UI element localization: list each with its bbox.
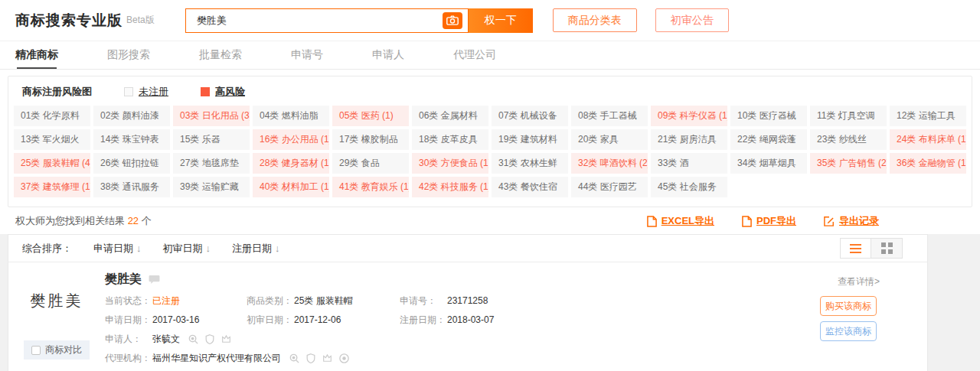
- field-row-applicant: 申请人：张毓文: [105, 333, 912, 345]
- result-count: 22: [128, 215, 139, 226]
- applicant-label: 申请人：: [105, 333, 152, 345]
- risk-cell-25[interactable]: 25类 服装鞋帽 (4): [14, 153, 90, 174]
- camera-search-icon[interactable]: [443, 12, 462, 29]
- pdf-export-link[interactable]: PDF导出: [742, 214, 796, 228]
- agency-value[interactable]: 福州华星知识产权代理有限公司: [152, 352, 281, 364]
- shield-icon[interactable]: [204, 334, 215, 345]
- risk-cell-17[interactable]: 17类 橡胶制品: [332, 129, 409, 150]
- apply-date-label: 申请日期：: [105, 314, 152, 326]
- risk-cell-15[interactable]: 15类 乐器: [173, 129, 250, 150]
- risk-cell-23[interactable]: 23类 纱线丝: [810, 129, 887, 150]
- sort-register-date[interactable]: 注册日期 ↓: [232, 242, 280, 255]
- risk-cell-24[interactable]: 24类 布料床单 (1): [890, 129, 966, 150]
- applicant-value[interactable]: 张毓文: [152, 333, 180, 345]
- view-detail-link[interactable]: 查看详情>: [838, 275, 880, 288]
- tab-application-number[interactable]: 申请号: [289, 41, 325, 69]
- status-value: 已注册: [152, 295, 180, 307]
- risk-cell-14[interactable]: 14类 珠宝钟表: [93, 129, 170, 150]
- unregistered-swatch-icon: [124, 87, 133, 96]
- target-icon[interactable]: [338, 353, 350, 364]
- risk-cell-28[interactable]: 28类 健身器材 (1): [253, 153, 329, 174]
- risk-cell-45[interactable]: 45类 社会服务: [651, 177, 727, 197]
- tab-applicant[interactable]: 申请人: [371, 41, 406, 69]
- compare-checkbox-row[interactable]: 商标对比: [24, 340, 90, 360]
- risk-cell-40[interactable]: 40类 材料加工 (1): [253, 177, 329, 197]
- search-button[interactable]: 权一下: [469, 8, 533, 33]
- risk-cell-11[interactable]: 11类 灯具空调: [810, 106, 887, 126]
- sort-first-trial-date[interactable]: 初审日期 ↓: [163, 242, 211, 255]
- risk-cell-30[interactable]: 30类 方便食品 (1): [412, 153, 488, 174]
- risk-cell-20[interactable]: 20类 家具: [571, 129, 648, 150]
- excel-export-label: EXCEL导出: [662, 214, 714, 228]
- risk-cell-04[interactable]: 04类 燃料油脂: [253, 106, 329, 126]
- crown-icon[interactable]: [322, 353, 333, 363]
- magnifier-icon[interactable]: [289, 353, 300, 364]
- risk-cell-16[interactable]: 16类 办公用品 (1): [253, 129, 329, 150]
- risk-cell-13[interactable]: 13类 军火烟火: [14, 129, 90, 150]
- risk-cell-22[interactable]: 22类 绳网袋蓬: [730, 129, 807, 150]
- risk-cell-36[interactable]: 36类 金融物管 (1): [890, 153, 966, 174]
- search-tabs: 精准商标 图形搜索 批量检索 申请号 申请人 代理公司: [0, 41, 980, 70]
- risk-cell-33[interactable]: 33类 酒: [651, 153, 727, 174]
- category-table-button[interactable]: 商品分类表: [553, 8, 637, 32]
- crown-icon[interactable]: [220, 334, 232, 344]
- risk-cell-29[interactable]: 29类 食品: [332, 153, 409, 174]
- risk-cell-27[interactable]: 27类 地毯席垫: [173, 153, 250, 174]
- export-record-link[interactable]: 导出记录: [824, 214, 879, 228]
- monitor-trademark-button[interactable]: 监控该商标: [820, 321, 877, 341]
- risk-cell-44[interactable]: 44类 医疗园艺: [571, 177, 648, 197]
- risk-cell-34[interactable]: 34类 烟草烟具: [730, 153, 807, 174]
- trademark-name[interactable]: 樊胜美: [105, 272, 142, 288]
- risk-cell-26[interactable]: 26类 钮扣拉链: [93, 153, 170, 174]
- risk-cell-35[interactable]: 35类 广告销售 (2): [810, 153, 887, 174]
- risk-cell-08[interactable]: 08类 手工器械: [571, 106, 648, 126]
- risk-cell-39[interactable]: 39类 运输贮藏: [173, 177, 250, 197]
- risk-cell-38[interactable]: 38类 通讯服务: [93, 177, 170, 197]
- risk-cell-21[interactable]: 21类 厨房洁具: [651, 129, 727, 150]
- sort-apply-date[interactable]: 申请日期 ↓: [93, 242, 142, 255]
- risk-map-title: 商标注册风险图: [22, 85, 92, 99]
- search-input[interactable]: [195, 14, 443, 27]
- risk-cell-32[interactable]: 32类 啤酒饮料 (2): [571, 153, 648, 174]
- risk-cell-19[interactable]: 19类 建筑材料: [492, 129, 568, 150]
- register-date-value: 2018-03-07: [447, 314, 494, 326]
- magnifier-icon[interactable]: [188, 334, 199, 345]
- risk-cell-01[interactable]: 01类 化学原料: [14, 106, 90, 126]
- sort-first-trial-date-label: 初审日期: [163, 242, 203, 255]
- list-view-icon: [850, 244, 861, 253]
- buy-trademark-button[interactable]: 购买该商标: [820, 296, 877, 316]
- excel-export-link[interactable]: EXCEL导出: [647, 214, 714, 228]
- grid-view-button[interactable]: [871, 238, 903, 259]
- tab-exact-trademark[interactable]: 精准商标: [14, 41, 60, 69]
- risk-cell-43[interactable]: 43类 餐饮住宿: [492, 177, 568, 197]
- risk-cell-09[interactable]: 09类 科学仪器 (1): [651, 106, 727, 126]
- list-view-button[interactable]: [840, 238, 871, 259]
- search-box[interactable]: [185, 8, 469, 33]
- risk-cell-06[interactable]: 06类 金属材料: [412, 106, 488, 126]
- risk-cell-18[interactable]: 18类 皮革皮具: [412, 129, 488, 150]
- results-zone: 综合排序： 申请日期 ↓ 初审日期 ↓ 注册日期 ↓: [0, 234, 980, 371]
- risk-cell-02[interactable]: 02类 颜料油漆: [93, 106, 170, 126]
- tab-image-search[interactable]: 图形搜索: [106, 41, 152, 69]
- results-card: 综合排序： 申请日期 ↓ 初审日期 ↓ 注册日期 ↓: [8, 234, 928, 371]
- risk-cell-10[interactable]: 10类 医疗器械: [730, 106, 807, 126]
- shield-icon[interactable]: [305, 353, 316, 364]
- export-record-label: 导出记录: [839, 214, 879, 228]
- risk-cell-05[interactable]: 05类 医药 (1): [332, 106, 409, 126]
- tab-agency[interactable]: 代理公司: [452, 41, 498, 69]
- risk-cell-12[interactable]: 12类 运输工具: [890, 106, 966, 126]
- risk-cell-03[interactable]: 03类 日化用品 (3): [173, 106, 250, 126]
- risk-map-header: 商标注册风险图 未注册 高风险: [14, 83, 966, 106]
- compare-checkbox[interactable]: [31, 346, 41, 355]
- risk-cell-31[interactable]: 31类 农林生鲜: [492, 153, 568, 174]
- trademark-image[interactable]: 樊胜美: [24, 281, 90, 321]
- risk-cell-42[interactable]: 42类 科技服务 (1): [412, 177, 488, 197]
- tab-batch-search[interactable]: 批量检索: [198, 41, 243, 69]
- risk-cell-37[interactable]: 37类 建筑修理 (1): [14, 177, 90, 197]
- risk-cell-41[interactable]: 41类 教育娱乐 (1): [332, 177, 409, 197]
- compare-label: 商标对比: [45, 343, 82, 356]
- first-trial-announcement-button[interactable]: 初审公告: [655, 8, 729, 32]
- sort-desc-icon: ↓: [275, 242, 280, 254]
- risk-cell-07[interactable]: 07类 机械设备: [492, 106, 568, 126]
- result-item: 查看详情> 樊胜美 商标对比 樊胜美 当前状态：已注册 商品类: [8, 262, 927, 371]
